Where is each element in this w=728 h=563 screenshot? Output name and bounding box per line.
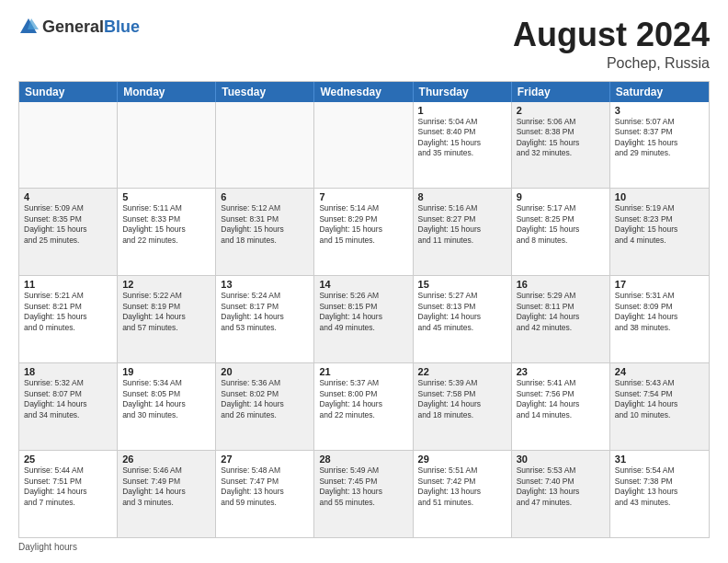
day-number: 21 [319, 366, 407, 377]
cell-info: Sunrise: 5:04 AM Sunset: 8:40 PM Dayligh… [418, 117, 506, 159]
calendar-cell [118, 102, 216, 189]
cell-info: Sunrise: 5:19 AM Sunset: 8:23 PM Dayligh… [615, 203, 704, 246]
cell-info: Sunrise: 5:43 AM Sunset: 7:54 PM Dayligh… [615, 378, 704, 420]
header-day-thursday: Thursday [414, 82, 512, 102]
cell-info: Sunrise: 5:39 AM Sunset: 7:58 PM Dayligh… [418, 378, 506, 420]
header-day-wednesday: Wednesday [314, 82, 413, 102]
calendar-cell [314, 102, 413, 189]
day-number: 5 [122, 191, 210, 202]
cell-info: Sunrise: 5:26 AM Sunset: 8:15 PM Dayligh… [319, 291, 407, 333]
cell-info: Sunrise: 5:07 AM Sunset: 8:37 PM Dayligh… [615, 117, 704, 159]
day-number: 19 [122, 366, 210, 377]
cell-info: Sunrise: 5:32 AM Sunset: 8:07 PM Dayligh… [24, 378, 112, 420]
cell-info: Sunrise: 5:16 AM Sunset: 8:27 PM Dayligh… [418, 203, 506, 246]
main-title: August 2024 [513, 17, 710, 53]
calendar-cell: 18Sunrise: 5:32 AM Sunset: 8:07 PM Dayli… [19, 363, 118, 450]
cell-info: Sunrise: 5:51 AM Sunset: 7:42 PM Dayligh… [418, 465, 506, 508]
header-day-tuesday: Tuesday [216, 82, 314, 102]
cell-info: Sunrise: 5:17 AM Sunset: 8:25 PM Dayligh… [517, 203, 605, 246]
calendar-cell: 10Sunrise: 5:19 AM Sunset: 8:23 PM Dayli… [610, 189, 709, 275]
page: GeneralBlue August 2024 Pochep, Russia S… [0, 0, 728, 563]
cell-info: Sunrise: 5:24 AM Sunset: 8:17 PM Dayligh… [221, 291, 309, 333]
cell-info: Sunrise: 5:11 AM Sunset: 8:33 PM Dayligh… [122, 203, 210, 246]
calendar-cell: 23Sunrise: 5:41 AM Sunset: 7:56 PM Dayli… [512, 363, 610, 450]
cell-info: Sunrise: 5:41 AM Sunset: 7:56 PM Dayligh… [517, 378, 605, 420]
day-number: 18 [24, 366, 112, 377]
calendar-cell: 12Sunrise: 5:22 AM Sunset: 8:19 PM Dayli… [118, 276, 216, 362]
day-number: 31 [615, 454, 704, 465]
day-number: 28 [319, 454, 407, 465]
calendar-cell: 20Sunrise: 5:36 AM Sunset: 8:02 PM Dayli… [216, 363, 314, 450]
day-number: 11 [24, 279, 112, 290]
cell-info: Sunrise: 5:22 AM Sunset: 8:19 PM Dayligh… [122, 291, 210, 333]
cell-info: Sunrise: 5:29 AM Sunset: 8:11 PM Dayligh… [517, 291, 605, 333]
day-number: 17 [615, 279, 704, 290]
day-number: 4 [24, 191, 112, 202]
day-number: 12 [122, 279, 210, 290]
calendar-week-4: 18Sunrise: 5:32 AM Sunset: 8:07 PM Dayli… [19, 363, 709, 451]
calendar-cell: 4Sunrise: 5:09 AM Sunset: 8:35 PM Daylig… [19, 189, 118, 275]
logo-general: General [42, 17, 104, 36]
day-number: 10 [615, 191, 704, 202]
cell-info: Sunrise: 5:54 AM Sunset: 7:38 PM Dayligh… [615, 465, 704, 508]
day-number: 6 [221, 191, 309, 202]
calendar-cell: 9Sunrise: 5:17 AM Sunset: 8:25 PM Daylig… [512, 189, 610, 275]
calendar-cell [19, 102, 118, 189]
cell-info: Sunrise: 5:46 AM Sunset: 7:49 PM Dayligh… [122, 465, 210, 508]
day-number: 14 [319, 279, 407, 290]
logo-blue: Blue [104, 17, 140, 36]
calendar-cell: 29Sunrise: 5:51 AM Sunset: 7:42 PM Dayli… [414, 451, 512, 537]
calendar: SundayMondayTuesdayWednesdayThursdayFrid… [18, 81, 710, 538]
cell-info: Sunrise: 5:27 AM Sunset: 8:13 PM Dayligh… [418, 291, 506, 333]
calendar-week-2: 4Sunrise: 5:09 AM Sunset: 8:35 PM Daylig… [19, 189, 709, 276]
title-block: August 2024 Pochep, Russia [513, 17, 710, 72]
calendar-cell: 11Sunrise: 5:21 AM Sunset: 8:21 PM Dayli… [19, 276, 118, 362]
calendar-cell: 28Sunrise: 5:49 AM Sunset: 7:45 PM Dayli… [314, 451, 413, 537]
day-number: 29 [418, 454, 506, 465]
footer-note: Daylight hours [18, 542, 710, 552]
day-number: 22 [418, 366, 506, 377]
calendar-cell [216, 102, 314, 189]
day-number: 13 [221, 279, 309, 290]
calendar-cell: 21Sunrise: 5:37 AM Sunset: 8:00 PM Dayli… [314, 363, 413, 450]
header-day-monday: Monday [118, 82, 216, 102]
cell-info: Sunrise: 5:44 AM Sunset: 7:51 PM Dayligh… [24, 465, 112, 508]
calendar-cell: 15Sunrise: 5:27 AM Sunset: 8:13 PM Dayli… [414, 276, 512, 362]
day-number: 20 [221, 366, 309, 377]
cell-info: Sunrise: 5:49 AM Sunset: 7:45 PM Dayligh… [319, 465, 407, 508]
calendar-cell: 16Sunrise: 5:29 AM Sunset: 8:11 PM Dayli… [512, 276, 610, 362]
subtitle: Pochep, Russia [513, 55, 710, 72]
calendar-week-3: 11Sunrise: 5:21 AM Sunset: 8:21 PM Dayli… [19, 276, 709, 363]
cell-info: Sunrise: 5:12 AM Sunset: 8:31 PM Dayligh… [221, 203, 309, 246]
calendar-cell: 5Sunrise: 5:11 AM Sunset: 8:33 PM Daylig… [118, 189, 216, 275]
header-day-friday: Friday [512, 82, 610, 102]
day-number: 2 [517, 105, 605, 116]
cell-info: Sunrise: 5:14 AM Sunset: 8:29 PM Dayligh… [319, 203, 407, 246]
calendar-cell: 7Sunrise: 5:14 AM Sunset: 8:29 PM Daylig… [314, 189, 413, 275]
day-number: 26 [122, 454, 210, 465]
day-number: 15 [418, 279, 506, 290]
calendar-cell: 13Sunrise: 5:24 AM Sunset: 8:17 PM Dayli… [216, 276, 314, 362]
cell-info: Sunrise: 5:53 AM Sunset: 7:40 PM Dayligh… [517, 465, 605, 508]
cell-info: Sunrise: 5:37 AM Sunset: 8:00 PM Dayligh… [319, 378, 407, 420]
calendar-cell: 19Sunrise: 5:34 AM Sunset: 8:05 PM Dayli… [118, 363, 216, 450]
day-number: 7 [319, 191, 407, 202]
day-number: 27 [221, 454, 309, 465]
day-number: 24 [615, 366, 704, 377]
logo-icon [18, 17, 39, 37]
calendar-cell: 14Sunrise: 5:26 AM Sunset: 8:15 PM Dayli… [314, 276, 413, 362]
cell-info: Sunrise: 5:06 AM Sunset: 8:38 PM Dayligh… [517, 117, 605, 159]
calendar-cell: 6Sunrise: 5:12 AM Sunset: 8:31 PM Daylig… [216, 189, 314, 275]
calendar-cell: 24Sunrise: 5:43 AM Sunset: 7:54 PM Dayli… [610, 363, 709, 450]
cell-info: Sunrise: 5:31 AM Sunset: 8:09 PM Dayligh… [615, 291, 704, 333]
cell-info: Sunrise: 5:36 AM Sunset: 8:02 PM Dayligh… [221, 378, 309, 420]
header-day-saturday: Saturday [610, 82, 709, 102]
calendar-week-5: 25Sunrise: 5:44 AM Sunset: 7:51 PM Dayli… [19, 451, 709, 537]
calendar-cell: 3Sunrise: 5:07 AM Sunset: 8:37 PM Daylig… [610, 102, 709, 189]
calendar-cell: 2Sunrise: 5:06 AM Sunset: 8:38 PM Daylig… [512, 102, 610, 189]
day-number: 30 [517, 454, 605, 465]
day-number: 23 [517, 366, 605, 377]
cell-info: Sunrise: 5:48 AM Sunset: 7:47 PM Dayligh… [221, 465, 309, 508]
calendar-cell: 8Sunrise: 5:16 AM Sunset: 8:27 PM Daylig… [414, 189, 512, 275]
day-number: 16 [517, 279, 605, 290]
